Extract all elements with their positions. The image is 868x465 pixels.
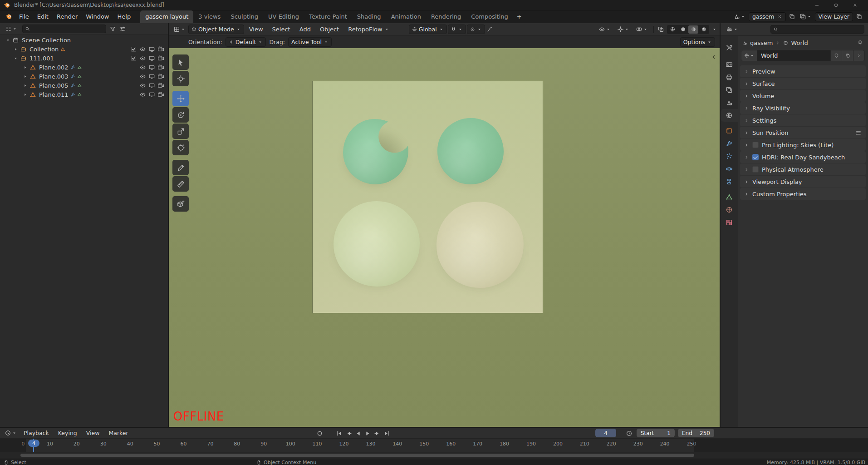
duplicate-data-button[interactable]	[842, 50, 853, 61]
close-button[interactable]	[845, 0, 864, 10]
workspace-tab-3-views[interactable]: 3 views	[193, 10, 226, 23]
drag-dropdown[interactable]: Active Tool	[288, 37, 332, 47]
panel-preview[interactable]: Preview	[740, 65, 866, 77]
retopoflow-menu[interactable]: RetopoFlow	[344, 24, 393, 35]
view-menu[interactable]: View	[245, 24, 267, 35]
next-keyframe-button[interactable]	[373, 430, 381, 437]
menu-render[interactable]: Render	[53, 11, 82, 22]
mode-dropdown[interactable]: Object Mode	[188, 25, 244, 34]
panel-hdri-real-day-sandybeach[interactable]: HDRI: Real Day Sandybeach	[740, 151, 866, 163]
jump-to-end-button[interactable]	[383, 430, 390, 437]
cookie-green[interactable]	[437, 118, 504, 184]
viewport-editor[interactable]: Object Mode View Select Add Object Retop…	[169, 23, 720, 427]
blender-menu-button[interactable]	[3, 13, 15, 20]
expand-icon[interactable]	[23, 83, 28, 88]
tab-render[interactable]	[721, 58, 738, 71]
expand-icon[interactable]	[13, 47, 18, 52]
overlays-dropdown[interactable]	[634, 26, 650, 33]
options-dropdown[interactable]: Options	[680, 37, 715, 47]
tool-select-box[interactable]	[172, 54, 189, 70]
shading-material-button[interactable]	[688, 25, 698, 34]
view-layer-field[interactable]: View Layer	[815, 12, 853, 21]
disable-viewport-icon[interactable]	[148, 46, 155, 53]
new-scene-button[interactable]	[788, 12, 796, 21]
workspace-tab-shading[interactable]: Shading	[352, 10, 386, 23]
workspace-tab-uv-editing[interactable]: UV Editing	[263, 10, 304, 23]
play-button[interactable]	[364, 430, 371, 437]
tab-object-data[interactable]	[721, 191, 738, 203]
panel-physical-atmosphere[interactable]: Physical Atmosphere	[740, 163, 866, 175]
workspace-tab-sculpting[interactable]: Sculpting	[226, 10, 263, 23]
fake-user-button[interactable]	[831, 50, 842, 61]
expand-icon[interactable]	[23, 65, 28, 70]
tool-cursor[interactable]	[172, 71, 189, 86]
jump-to-start-button[interactable]	[335, 430, 343, 437]
view-layer-browse-button[interactable]	[798, 12, 813, 21]
falloff-curve-icon[interactable]	[486, 26, 493, 33]
hide-eye-icon[interactable]	[139, 64, 146, 71]
object-menu[interactable]: Object	[316, 24, 343, 35]
tab-material[interactable]	[721, 203, 738, 216]
prev-keyframe-button[interactable]	[345, 430, 352, 437]
minimize-button[interactable]	[807, 0, 826, 10]
workspace-tab-rendering[interactable]: Rendering	[426, 10, 466, 23]
shading-wireframe-button[interactable]	[667, 25, 677, 34]
start-frame-field[interactable]: Start1	[637, 429, 675, 437]
disable-render-icon[interactable]	[157, 91, 164, 98]
properties-editor-type-button[interactable]	[724, 26, 740, 33]
workspace-tab-texture-paint[interactable]: Texture Paint	[304, 10, 352, 23]
tab-output[interactable]	[721, 71, 738, 84]
visibility-dropdown[interactable]	[597, 26, 613, 33]
timeline-scrollbar[interactable]	[0, 452, 868, 459]
marker-menu[interactable]: Marker	[104, 428, 132, 438]
unlink-scene-icon[interactable]	[777, 14, 782, 19]
filter-icon[interactable]	[109, 25, 116, 32]
outliner-row-plane-002[interactable]: Plane.002	[0, 63, 168, 72]
tool-scale[interactable]	[172, 124, 189, 139]
breadcrumb-world[interactable]: World	[791, 40, 808, 46]
pro-lighting-checkbox[interactable]	[752, 142, 759, 148]
outliner-row-plane-005[interactable]: Plane.005	[0, 81, 168, 90]
world-name-field[interactable]: World	[757, 50, 831, 61]
outliner-row-plane-011[interactable]: Plane.011	[0, 90, 168, 99]
scrollbar-thumb[interactable]	[20, 454, 694, 457]
disable-render-icon[interactable]	[157, 46, 164, 53]
tool-rotate[interactable]	[172, 107, 189, 123]
hide-eye-icon[interactable]	[139, 55, 146, 62]
tool-add-cube[interactable]	[172, 196, 189, 212]
disable-render-icon[interactable]	[157, 55, 164, 62]
select-menu[interactable]: Select	[268, 24, 294, 35]
xray-toggle-icon[interactable]	[657, 26, 664, 33]
exclude-checkbox[interactable]	[130, 46, 137, 53]
current-frame-marker[interactable]: 4	[28, 440, 39, 447]
world-browse-button[interactable]	[741, 50, 757, 61]
workspace-tab-animation[interactable]: Animation	[386, 10, 426, 23]
disable-viewport-icon[interactable]	[148, 55, 155, 62]
panel-pro-lighting-skies[interactable]: Pro Lighting: Skies (Lite)	[740, 139, 866, 151]
menu-window[interactable]: Window	[82, 11, 113, 22]
timeline-editor-type-button[interactable]	[3, 430, 19, 436]
tab-tool[interactable]	[721, 41, 738, 54]
tab-modifiers[interactable]	[721, 137, 738, 150]
play-reverse-button[interactable]	[354, 430, 362, 437]
disable-viewport-icon[interactable]	[148, 64, 155, 71]
menu-file[interactable]: File	[15, 11, 33, 22]
sidebar-collapse-arrow-icon[interactable]	[710, 54, 717, 60]
playback-menu[interactable]: Playback	[20, 428, 53, 438]
disable-render-icon[interactable]	[157, 64, 164, 71]
workspace-tab-gassem-layout[interactable]: gassem layout	[140, 10, 193, 23]
outliner-editor-type-button[interactable]	[3, 25, 19, 32]
panel-ray-visibility[interactable]: Ray Visibility	[740, 102, 866, 114]
snap-dropdown[interactable]	[448, 25, 466, 34]
expand-icon[interactable]	[23, 92, 28, 97]
breadcrumb-scene[interactable]: gassem	[750, 40, 773, 46]
new-view-layer-button[interactable]	[855, 12, 863, 21]
disable-viewport-icon[interactable]	[148, 91, 155, 98]
shading-solid-button[interactable]	[678, 25, 688, 34]
end-frame-field[interactable]: End250	[678, 429, 714, 437]
keying-menu[interactable]: Keying	[54, 428, 81, 438]
cookie-bitten-green[interactable]	[343, 119, 408, 184]
exclude-checkbox[interactable]	[130, 55, 137, 62]
current-frame-field[interactable]: 4	[595, 429, 616, 437]
panel-custom-properties[interactable]: Custom Properties	[740, 188, 866, 200]
